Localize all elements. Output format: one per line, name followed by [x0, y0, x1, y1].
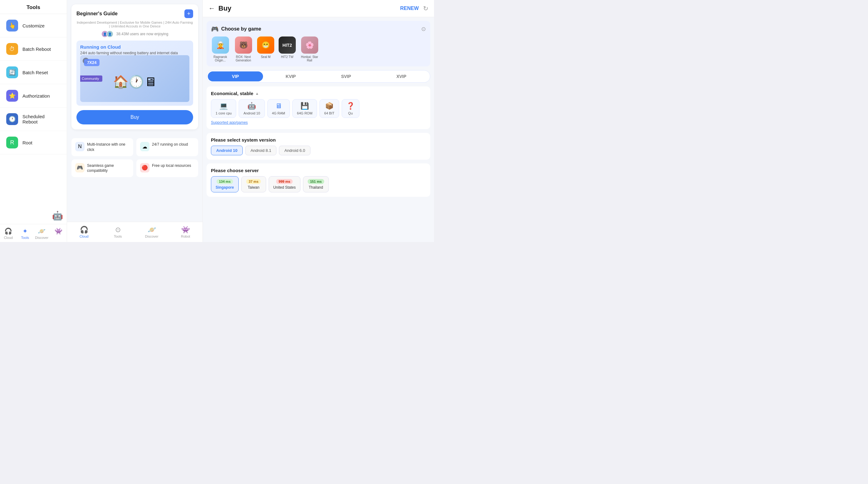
- cloud-icon: 🎧: [4, 227, 12, 235]
- taiwan-latency: 37 ms: [246, 179, 261, 184]
- tool-item-authorization[interactable]: ⭐ Authorization: [0, 84, 67, 107]
- bit-label: 64 BIT: [324, 111, 334, 115]
- singapore-name: Singapore: [216, 185, 234, 190]
- specs-row: 💻1 core cpu🤖Android 10🖥4G RAM💾64G ROM📦64…: [211, 99, 426, 118]
- server-row: 134 ms Singapore 37 ms Taiwan 999 ms Uni…: [211, 176, 426, 192]
- tool-item-customize[interactable]: 👆 Customize: [0, 14, 67, 37]
- mid-nav-icon-robot: 👾: [181, 226, 190, 234]
- right-header: ← Buy RENEW ↻: [203, 0, 434, 17]
- tool-item-batch-reboot[interactable]: ⏱ Batch Reboot: [0, 37, 67, 61]
- mid-nav-icon-tools: ⊙: [115, 226, 121, 234]
- spec-bit[interactable]: 📦64 BIT: [319, 99, 339, 118]
- spec-cpu[interactable]: 💻1 core cpu: [211, 99, 236, 118]
- add-button[interactable]: +: [184, 9, 193, 18]
- multi-instance-label: Multi-Instance with one click: [87, 142, 129, 153]
- feature-item-multi-instance: N Multi-Instance with one click: [71, 138, 133, 156]
- cloud-banner-desc: 24H auto farming without needing battery…: [80, 51, 189, 55]
- version-android60[interactable]: Android 6.0: [279, 146, 310, 155]
- mid-nav-discover[interactable]: 🪐Discover: [135, 223, 169, 241]
- community-tag[interactable]: Community: [80, 75, 102, 82]
- nav-item-tools[interactable]: ✦Tools: [17, 224, 34, 242]
- tools-icon: ✦: [23, 227, 28, 235]
- nav-label-discover: Discover: [35, 236, 49, 239]
- server-us[interactable]: 999 ms United States: [269, 176, 301, 192]
- 247-cloud-label: 24/7 running on cloud: [152, 142, 188, 147]
- seal-thumb: 😁: [257, 36, 274, 54]
- refresh-button[interactable]: ↻: [423, 5, 428, 12]
- mid-nav-tools[interactable]: ⊙Tools: [101, 223, 135, 241]
- ram-icon: 🖥: [275, 102, 282, 110]
- spec-ram[interactable]: 🖥4G RAM: [268, 99, 290, 118]
- nav-label-cloud: Cloud: [4, 236, 13, 239]
- supported-link[interactable]: Supported app/games: [211, 120, 426, 125]
- bottom-nav: 🎧Cloud✦Tools🪐Discover👾: [0, 224, 67, 242]
- avatar: 👤: [106, 31, 113, 37]
- rox-name: ROX: Next Generation: [234, 55, 253, 62]
- cpu-icon: 💻: [219, 102, 228, 110]
- root-icon: R: [6, 137, 18, 149]
- game-item-honkai[interactable]: 🌸Honkai: Star Rail: [300, 36, 319, 62]
- spec-qu[interactable]: ❓Qu: [342, 99, 360, 118]
- batch-reboot-label: Batch Reboot: [23, 46, 51, 52]
- scheduled-reboot-label: Scheduled Reboot: [23, 114, 61, 124]
- right-panel: ← Buy RENEW ↻ 🎮 Choose by game ⊙ 🧝Ragnar…: [203, 0, 434, 242]
- robot-mascot[interactable]: 🤖: [52, 211, 63, 221]
- vip-tab-svip[interactable]: SVIP: [318, 71, 374, 82]
- choose-game-header: 🎮 Choose by game ⊙: [211, 25, 426, 33]
- tool-item-root[interactable]: R Root: [0, 131, 67, 154]
- tool-item-scheduled-reboot[interactable]: 🕐 Scheduled Reboot: [0, 107, 67, 131]
- collapse-icon[interactable]: ⊙: [421, 26, 426, 32]
- game-item-rox[interactable]: 🐻ROX: Next Generation: [234, 36, 253, 62]
- free-local-label: Free up local resources: [152, 163, 191, 168]
- multi-instance-icon: N: [75, 142, 85, 151]
- rom-label: 64G ROM: [297, 111, 313, 115]
- game-item-hit2[interactable]: HIT2HIT2 TW: [279, 36, 296, 62]
- us-latency: 999 ms: [276, 179, 293, 184]
- back-button[interactable]: ←: [209, 4, 215, 12]
- batch-reset-label: Batch Reset: [23, 70, 48, 75]
- server-thailand[interactable]: 151 ms Thailand: [303, 176, 329, 192]
- taiwan-name: Taiwan: [248, 185, 259, 190]
- spec-android[interactable]: 🤖Android 10: [239, 99, 265, 118]
- user-count: 👤 👤 38.43M users are now enjoying: [76, 31, 193, 37]
- server-taiwan[interactable]: 37 ms Taiwan: [241, 176, 266, 192]
- free-local-icon: 🔴: [140, 163, 150, 172]
- mid-nav-robot[interactable]: 👾Robot: [169, 223, 203, 241]
- hit2-name: HIT2 TW: [281, 55, 293, 59]
- guide-card: Beginner's Guide + Independent Developme…: [71, 4, 198, 129]
- server-singapore[interactable]: 134 ms Singapore: [211, 176, 239, 192]
- banner-illustration: 🏠🕐🖥: [113, 74, 157, 89]
- vip-tabs: VIPKVIPSVIPXVIP: [207, 70, 430, 83]
- nav-item-cloud[interactable]: 🎧Cloud: [0, 224, 17, 242]
- batch-reboot-icon: ⏱: [6, 43, 18, 55]
- system-version-title: Please select system version: [211, 137, 426, 142]
- cloud-banner-title: Running on Cloud: [80, 44, 189, 50]
- game-item-seal[interactable]: 😁Seal M: [257, 36, 274, 62]
- honkai-thumb: 🌸: [301, 36, 318, 54]
- nav-item-discover[interactable]: 🪐Discover: [33, 224, 50, 242]
- tool-item-batch-reset[interactable]: 🔄 Batch Reset: [0, 61, 67, 84]
- mid-nav-cloud[interactable]: 🎧Cloud: [67, 223, 101, 241]
- vip-tab-xvip[interactable]: XVIP: [374, 71, 429, 82]
- game-item-ragnarok[interactable]: 🧝Ragnarok Origin...: [211, 36, 230, 62]
- avatar-group: 👤 👤: [101, 31, 112, 37]
- server-card: Please choose server 134 ms Singapore 37…: [207, 163, 430, 197]
- spec-rom[interactable]: 💾64G ROM: [292, 99, 317, 118]
- authorization-label: Authorization: [23, 93, 50, 99]
- seamless-icon: 🎮: [75, 163, 85, 172]
- vip-tab-kvip[interactable]: KVIP: [263, 71, 318, 82]
- specs-title: Economical, stable ▲: [211, 91, 426, 96]
- guide-header: Beginner's Guide +: [76, 9, 193, 18]
- qu-icon: ❓: [346, 102, 355, 110]
- page-title: Buy: [218, 4, 400, 12]
- thailand-latency: 151 ms: [308, 179, 324, 184]
- feature-item-free-local: 🔴 Free up local resources: [136, 159, 198, 178]
- vip-tab-vip[interactable]: VIP: [208, 71, 263, 82]
- features-grid: N Multi-Instance with one click ☁ 24/7 r…: [71, 138, 198, 177]
- version-android81[interactable]: Android 8.1: [245, 146, 277, 155]
- version-android10[interactable]: Android 10: [211, 146, 243, 155]
- nav-item-robot[interactable]: 👾: [50, 224, 67, 242]
- buy-button[interactable]: Buy: [76, 110, 193, 124]
- renew-button[interactable]: RENEW: [400, 6, 419, 11]
- 247-cloud-icon: ☁: [140, 142, 150, 151]
